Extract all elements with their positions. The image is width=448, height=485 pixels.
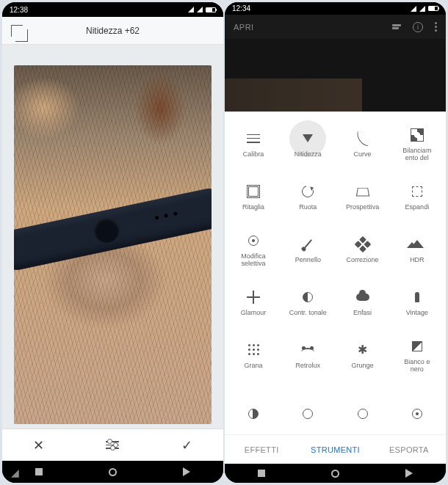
edit-body: ◢ (2, 45, 223, 429)
photo-preview[interactable] (14, 65, 212, 424)
white-balance-icon (408, 126, 426, 144)
android-navbar (225, 464, 446, 483)
tonal-contrast-icon (299, 288, 317, 306)
bookmark-icon[interactable]: ◢ (11, 467, 19, 478)
phone-right: 12:34 APRI i Calibra Nitidezza (225, 2, 446, 483)
tab-effetti[interactable]: EFFETTI (225, 435, 298, 464)
nav-back-icon[interactable] (183, 467, 190, 476)
battery-icon (206, 7, 216, 12)
signal-icon (188, 7, 194, 12)
tool-curve[interactable]: Curve (336, 117, 390, 170)
tool-enfasi[interactable]: Enfasi (336, 276, 390, 329)
cancel-button[interactable]: ✕ (33, 437, 44, 453)
tab-strumenti[interactable]: STRUMENTI (298, 435, 372, 464)
headpose-icon (354, 405, 372, 423)
perspective-icon (354, 183, 372, 200)
nav-home-icon[interactable] (109, 468, 117, 476)
tab-esporta[interactable]: ESPORTA (372, 435, 446, 464)
tool-noir[interactable]: Noir (226, 382, 281, 434)
crop-icon (245, 183, 262, 200)
healing-icon (354, 236, 372, 253)
tool-posatesta[interactable]: Posa testa (336, 382, 390, 434)
adjustment-title: Nitidezza +62 (32, 26, 194, 36)
phone-left: 12:38 Nitidezza +62 ◢ ✕ (2, 2, 223, 483)
open-button[interactable]: APRI (234, 23, 254, 32)
clock: 12:34 (232, 4, 250, 12)
curves-icon (354, 130, 372, 147)
edit-footer: ✕ ✓ (2, 429, 223, 461)
expand-icon (408, 183, 426, 200)
bw-icon (408, 338, 426, 355)
nav-home-icon[interactable] (331, 470, 339, 478)
tool-espandi[interactable]: Espandi (390, 170, 444, 223)
tools-panel: Calibra Nitidezza Curve Bilanciam ento d… (225, 112, 446, 464)
details-icon (299, 130, 317, 147)
android-navbar (2, 461, 223, 483)
tool-ritratto[interactable]: Ritratto (281, 382, 335, 434)
tool-pennello[interactable]: Pennello (281, 223, 335, 276)
drama-icon (354, 288, 372, 306)
noir-icon (245, 405, 262, 423)
brush-icon (299, 236, 317, 253)
retrolux-icon (299, 341, 317, 359)
tool-grid: Calibra Nitidezza Curve Bilanciam ento d… (225, 112, 446, 434)
grunge-icon: ✱ (354, 341, 372, 359)
grain-icon (245, 341, 262, 359)
tune-icon (245, 130, 262, 147)
tool-grunge[interactable]: ✱ Grunge (336, 329, 390, 382)
hdr-icon (408, 236, 426, 253)
more-icon[interactable] (435, 22, 437, 32)
signal-icon (419, 6, 425, 12)
app-header: APRI i (225, 15, 446, 39)
status-bar: 12:38 (2, 2, 223, 17)
selective-icon (245, 232, 262, 249)
portrait-icon (299, 405, 317, 423)
battery-icon (428, 6, 438, 11)
photo-canvas (14, 65, 212, 424)
edit-header: Nitidezza +62 (2, 17, 223, 45)
rotate-icon (299, 183, 317, 200)
signal-icon (411, 6, 416, 12)
tool-grana[interactable]: Grana (226, 329, 281, 382)
tool-calibra[interactable]: Calibra (226, 117, 281, 170)
nav-recent-icon[interactable] (35, 468, 43, 475)
vintage-icon (408, 288, 426, 306)
layers-icon[interactable] (392, 24, 401, 29)
tool-vintage[interactable]: Vintage (390, 276, 444, 329)
clock: 12:38 (10, 6, 28, 14)
tool-correzione[interactable]: Correzione (336, 223, 390, 276)
compare-icon[interactable] (11, 25, 23, 37)
tool-retrolux[interactable]: Retrolux (281, 329, 335, 382)
tool-contrasto-tonale[interactable]: Contr. tonale (281, 276, 335, 329)
tool-hdr[interactable]: HDR (390, 223, 444, 276)
preview-dimmed (225, 39, 446, 112)
tool-prospettiva[interactable]: Prospettiva (336, 170, 390, 223)
tool-nitidezza[interactable]: Nitidezza (281, 117, 335, 170)
tool-ruota[interactable]: Ruota (281, 170, 335, 223)
tool-ritaglia[interactable]: Ritaglia (226, 170, 281, 223)
info-icon[interactable]: i (413, 22, 423, 32)
nav-recent-icon[interactable] (258, 470, 265, 477)
tool-bilanciamento[interactable]: Bilanciam ento del (390, 117, 444, 170)
confirm-button[interactable]: ✓ (181, 437, 192, 453)
tool-glamour[interactable]: Glamour (226, 276, 281, 329)
tool-selettiva[interactable]: Modifica selettiva (226, 223, 281, 276)
blur-icon (408, 405, 426, 423)
glamour-icon (245, 288, 262, 306)
bottom-tabs: EFFETTI STRUMENTI ESPORTA (225, 434, 446, 464)
tool-sfocatura[interactable]: Sfocatura (390, 382, 444, 434)
tool-bianconero[interactable]: Bianco e nero (390, 329, 444, 382)
signal-icon (197, 7, 203, 12)
status-bar: 12:34 (225, 2, 446, 15)
nav-back-icon[interactable] (405, 469, 413, 478)
adjust-button[interactable] (106, 441, 119, 449)
